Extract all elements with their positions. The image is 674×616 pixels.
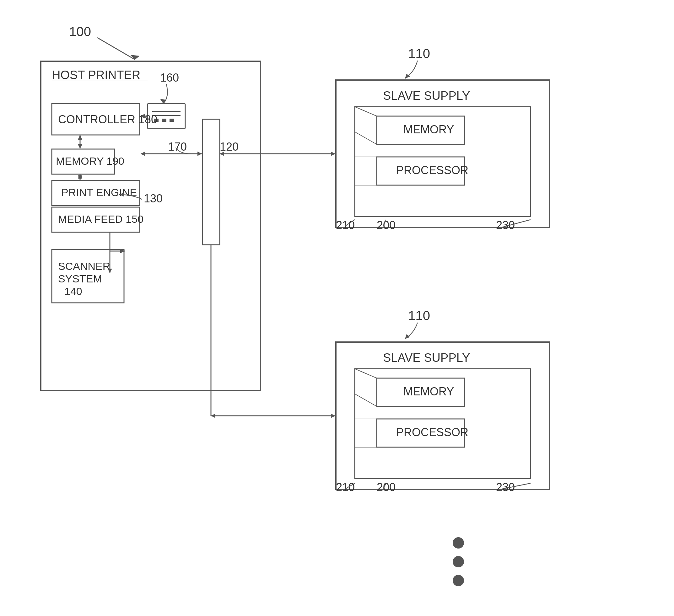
memory-label: MEMORY 190: [56, 155, 124, 167]
slave-top-memory-label: MEMORY: [404, 123, 454, 136]
media-feed-label: MEDIA FEED 150: [58, 213, 143, 225]
ref-100: 100: [69, 24, 91, 39]
ref-210-top: 210: [336, 219, 355, 232]
slave-bottom-memory-label: MEMORY: [404, 385, 454, 398]
svg-marker-37: [211, 413, 215, 418]
slave-supply-bottom-label: SLAVE SUPPLY: [383, 351, 470, 364]
svg-marker-23: [405, 74, 410, 79]
svg-marker-22: [198, 151, 202, 156]
central-bus-box: [203, 119, 220, 245]
svg-line-38: [355, 107, 377, 116]
ref-200-top: 200: [377, 219, 396, 232]
ref-130: 130: [144, 192, 162, 205]
ellipsis-dot-1: [453, 537, 464, 548]
ellipsis-dot-2: [453, 556, 464, 567]
diagram-container: 100 HOST PRINTER 160 CONTROLLER 180 MEM: [0, 0, 674, 616]
svg-marker-36: [331, 413, 335, 418]
svg-line-0: [97, 38, 135, 59]
ref-230-top: 230: [496, 219, 515, 232]
svg-line-39: [355, 132, 377, 144]
ref-110-bottom: 110: [408, 308, 430, 323]
svg-line-42: [355, 369, 377, 378]
svg-marker-9: [78, 135, 82, 140]
svg-marker-29: [331, 151, 335, 156]
svg-line-43: [355, 394, 377, 406]
slave-top-processor-label: PROCESSOR: [396, 164, 468, 177]
slave-supply-top-label: SLAVE SUPPLY: [383, 89, 470, 102]
scanner-label-line1: SCANNER: [58, 260, 110, 272]
usb-dot2: [162, 119, 166, 122]
scanner-label-line3: 140: [64, 285, 82, 297]
svg-marker-30: [405, 334, 410, 339]
controller-label: CONTROLLER 180: [58, 113, 157, 126]
host-printer-label: HOST PRINTER: [52, 69, 140, 82]
ref-200-bottom: 200: [377, 481, 396, 494]
print-engine-label: PRINT ENGINE: [61, 187, 137, 198]
host-printer-box: [41, 61, 260, 391]
scanner-label-line2: SYSTEM: [58, 273, 102, 285]
ref-110-top: 110: [408, 46, 430, 61]
svg-marker-21: [141, 151, 145, 156]
svg-marker-10: [78, 144, 82, 148]
slave-bottom-processor-label: PROCESSOR: [396, 426, 468, 439]
ellipsis-dot-3: [453, 575, 464, 586]
ref-170: 170: [168, 140, 187, 153]
ref-120: 120: [220, 140, 239, 153]
usb-dot3: [170, 119, 174, 122]
ref-210-bottom: 210: [336, 481, 355, 494]
ref-160: 160: [160, 71, 179, 84]
